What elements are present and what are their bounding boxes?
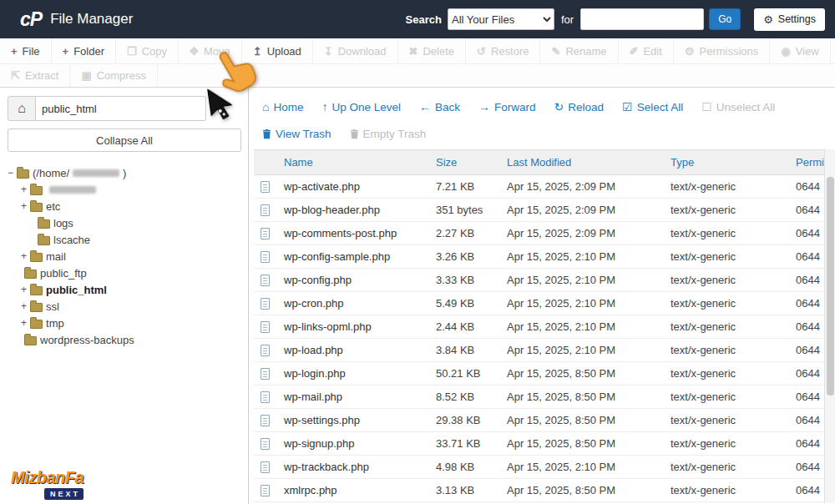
unselect-all-icon: ☐ xyxy=(701,101,712,113)
file-type: text/x-generic xyxy=(669,479,792,502)
tree-expander[interactable]: + xyxy=(21,184,27,194)
folder-icon xyxy=(30,320,43,329)
file-type: text/x-generic xyxy=(669,339,792,362)
nav-link-up-one-level[interactable]: ↑ Up One Level xyxy=(321,101,401,113)
tree-expander[interactable]: + xyxy=(21,318,27,328)
copy-icon: ❐ xyxy=(127,46,137,57)
tree-expander[interactable]: + xyxy=(21,201,27,211)
col-size[interactable]: Size xyxy=(434,150,505,175)
file-row-wp-activate-php[interactable]: wp-activate.php 7.21 KB Apr 15, 2025, 2:… xyxy=(254,175,835,199)
file-modified: Apr 15, 2025, 2:10 PM xyxy=(505,315,669,339)
nav-link-select-all[interactable]: ☑ Select All xyxy=(622,101,683,113)
tree-expander[interactable]: + xyxy=(21,301,27,311)
tree-item-public-html[interactable]: + public_html xyxy=(8,281,240,298)
tree-item-ssl[interactable]: + ssl xyxy=(8,298,240,315)
toolbar-btn-move[interactable]: ✥ Move xyxy=(179,38,242,63)
file-row-xmlrpc-php[interactable]: xmlrpc.php 3.13 KB Apr 15, 2025, 8:50 PM… xyxy=(254,479,835,502)
collapse-all-button[interactable]: Collapse All xyxy=(8,129,241,152)
file-size: 8.52 KB xyxy=(434,386,505,409)
tree-expander[interactable]: + xyxy=(21,285,27,295)
toolbar-btn-upload[interactable]: ↥ Upload xyxy=(242,38,313,63)
scrollbar-thumb[interactable] xyxy=(827,177,834,396)
tree-item-logs[interactable]: logs xyxy=(8,214,240,231)
file-icon xyxy=(261,391,270,403)
file-row-wp-links-opml-php[interactable]: wp-links-opml.php 2.44 KB Apr 15, 2025, … xyxy=(254,315,835,339)
delete-icon: ✖ xyxy=(409,46,418,57)
tree-expander[interactable]: + xyxy=(21,251,27,261)
tree-item-wordpress-backups[interactable]: wordpress-backups xyxy=(8,331,240,348)
move-icon: ✥ xyxy=(190,46,199,57)
nav-link-label: View Trash xyxy=(276,128,331,140)
toolbar-btn-delete[interactable]: ✖ Delete xyxy=(398,38,466,63)
file-size: 2.44 KB xyxy=(434,315,505,339)
tree-item-lscache[interactable]: lscache xyxy=(8,231,240,248)
tree-item-item[interactable]: + xyxy=(8,181,240,198)
search-input[interactable] xyxy=(580,8,704,30)
vertical-scrollbar[interactable] xyxy=(824,149,835,503)
tree-label: logs xyxy=(53,217,73,229)
tree-label: ssl xyxy=(46,300,59,313)
file-row-wp-comments-post-php[interactable]: wp-comments-post.php 2.27 KB Apr 15, 202… xyxy=(254,222,835,245)
file-row-wp-signup-php[interactable]: wp-signup.php 33.71 KB Apr 15, 2025, 8:5… xyxy=(254,432,835,456)
home-icon: ⌂ xyxy=(18,101,26,115)
file-actions-toolbar: + File + Folder ❐ Copy ✥ Move ↥ Upload ↧… xyxy=(0,38,835,64)
toolbar-btn-copy[interactable]: ❐ Copy xyxy=(116,38,179,63)
nav-link-home[interactable]: ⌂ Home xyxy=(262,101,303,113)
redacted-text xyxy=(73,169,119,177)
tree-item-etc[interactable]: + etc xyxy=(8,198,240,214)
file-row-wp-settings-php[interactable]: wp-settings.php 29.38 KB Apr 15, 2025, 8… xyxy=(254,409,835,432)
file-name: wp-activate.php xyxy=(279,175,434,199)
tree-expander[interactable]: − xyxy=(8,168,13,178)
home-directory-button[interactable]: ⌂ xyxy=(8,96,36,121)
nav-link-unselect-all[interactable]: ☐ Unselect All xyxy=(701,101,775,113)
tree-label: (/home/ xyxy=(33,167,69,179)
file-name: wp-links-opml.php xyxy=(279,315,434,339)
download-icon: ↧ xyxy=(324,46,333,57)
file-row-wp-load-php[interactable]: wp-load.php 3.84 KB Apr 15, 2025, 2:10 P… xyxy=(254,339,835,362)
nav-link-reload[interactable]: ↻ Reload xyxy=(554,101,605,113)
file-size: 3.13 KB xyxy=(434,479,505,502)
settings-button[interactable]: ⚙ Settings xyxy=(754,8,825,31)
nav-link-empty-trash[interactable]: Empty Trash xyxy=(350,128,427,140)
nav-link-back[interactable]: ← Back xyxy=(419,101,460,113)
tree-item-public-ftp[interactable]: public_ftp xyxy=(8,265,240,281)
file-row-wp-cron-php[interactable]: wp-cron.php 5.49 KB Apr 15, 2025, 2:10 P… xyxy=(254,292,835,315)
file-row-wp-login-php[interactable]: wp-login.php 50.21 KB Apr 15, 2025, 8:50… xyxy=(254,362,835,386)
file-row-wp-blog-header-php[interactable]: wp-blog-header.php 351 bytes Apr 15, 202… xyxy=(254,199,835,222)
col-name[interactable]: Name xyxy=(279,150,434,175)
tree-item-mail[interactable]: + mail xyxy=(8,248,240,265)
toolbar-btn-file[interactable]: + File xyxy=(0,38,52,63)
file-list: wp-activate.php 7.21 KB Apr 15, 2025, 2:… xyxy=(254,175,835,502)
toolbar-btn-restore[interactable]: ↺ Restore xyxy=(466,38,540,63)
file-modified: Apr 15, 2025, 2:10 PM xyxy=(505,339,669,362)
tree-item-tmp[interactable]: + tmp xyxy=(8,315,240,331)
search-scope-select[interactable]: All Your Files xyxy=(448,8,554,30)
file-row-wp-config-php[interactable]: wp-config.php 3.33 KB Apr 15, 2025, 2:10… xyxy=(254,269,835,292)
tree-item-home[interactable]: − (/home/ ) xyxy=(8,164,240,181)
col-modified[interactable]: Last Modified xyxy=(505,150,669,175)
toolbar-btn-download[interactable]: ↧ Download xyxy=(313,38,398,63)
toolbar-btn-rename[interactable]: ✎ Rename xyxy=(540,38,618,63)
col-type[interactable]: Type xyxy=(669,150,792,175)
toolbar-btn-view[interactable]: ◉ View xyxy=(770,38,830,63)
file-row-wp-trackback-php[interactable]: wp-trackback.php 4.98 KB Apr 15, 2025, 2… xyxy=(254,456,835,479)
file-icon xyxy=(261,181,270,193)
toolbar-btn-compress[interactable]: ▣ Compress xyxy=(70,64,158,87)
for-label: for xyxy=(561,13,574,26)
toolbar-btn-extract[interactable]: ⇱ Extract xyxy=(0,64,70,87)
nav-link-forward[interactable]: → Forward xyxy=(478,101,536,113)
toolbar-btn-folder[interactable]: + Folder xyxy=(52,38,116,63)
file-name: wp-trackback.php xyxy=(279,456,434,479)
go-button[interactable]: Go xyxy=(709,8,741,30)
file-icon xyxy=(261,298,270,310)
toolbar-btn-edit[interactable]: ✐ Edit xyxy=(619,38,674,63)
nav-link-label: Empty Trash xyxy=(363,128,427,140)
nav-link-view-trash[interactable]: View Trash xyxy=(262,128,331,140)
compress-icon: ▣ xyxy=(81,70,91,81)
file-modified: Apr 15, 2025, 2:10 PM xyxy=(505,269,669,292)
file-row-wp-config-sample-php[interactable]: wp-config-sample.php 3.26 KB Apr 15, 202… xyxy=(254,245,835,269)
file-row-wp-mail-php[interactable]: wp-mail.php 8.52 KB Apr 15, 2025, 8:50 P… xyxy=(254,386,835,409)
back-icon: ← xyxy=(419,101,431,113)
toolbar-btn-permissions[interactable]: ⚙ Permissions xyxy=(674,38,770,63)
path-input[interactable] xyxy=(36,96,206,121)
